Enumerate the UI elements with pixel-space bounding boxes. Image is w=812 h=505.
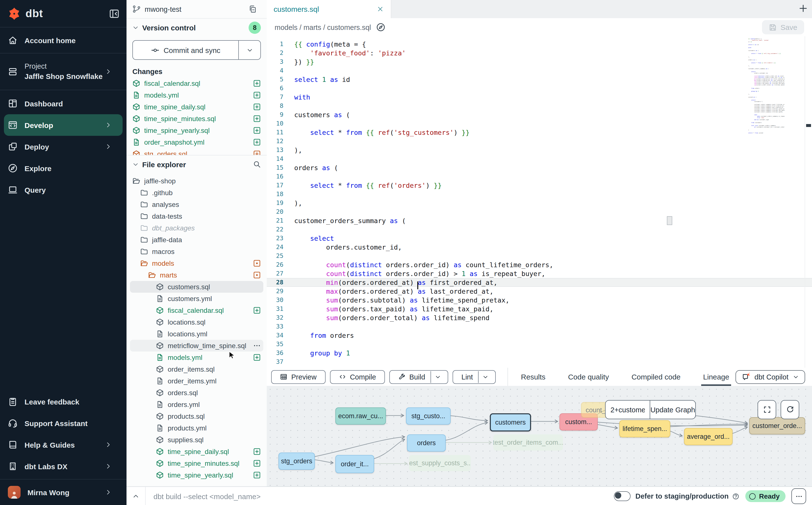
code-line-33[interactable]: 33: [267, 322, 812, 331]
stage-file-plus-icon[interactable]: [253, 127, 261, 134]
tab-code-quality[interactable]: Code quality: [568, 368, 609, 386]
code-line-5[interactable]: 5select 1 as id: [267, 75, 812, 84]
code-line-15[interactable]: 15orders as (: [267, 163, 812, 172]
stage-file-plus-icon[interactable]: [253, 138, 261, 146]
minimap[interactable]: {{ config(meta = { 'favorite_food': 'piz…: [748, 38, 785, 134]
file-item-customers-yml[interactable]: customers.yml: [130, 293, 263, 305]
code-line-17[interactable]: 17 select * from {{ ref('orders') }}: [267, 181, 812, 190]
code-line-31[interactable]: 31 sum(orders.tax_paid) as lifetime_tax_…: [267, 305, 812, 313]
tab-results[interactable]: Results: [521, 368, 545, 386]
code-line-7[interactable]: 7with: [267, 93, 812, 102]
code-line-21[interactable]: 21customer_orders_summary as (: [267, 216, 812, 225]
code-line-23[interactable]: 23 select: [267, 234, 812, 243]
code-line-25[interactable]: 25: [267, 251, 812, 260]
file-item-time-spine-daily-sql[interactable]: time_spine_daily.sql: [130, 101, 263, 113]
file-item-order-items-yml[interactable]: order_items.yml: [130, 375, 263, 387]
code-line-26[interactable]: 26 count(distinct orders.order_id) as co…: [267, 260, 812, 269]
code-line-37[interactable]: 37: [267, 357, 812, 366]
file-item-products-yml[interactable]: products.yml: [130, 422, 263, 434]
dbt-copilot-button[interactable]: dbt Copilot: [735, 370, 805, 384]
tab-compiled-code[interactable]: Compiled code: [632, 368, 681, 386]
code-line-30[interactable]: 30 sum(orders.subtotal) as lifetime_spen…: [267, 296, 812, 305]
code-line-12[interactable]: 12: [267, 137, 812, 146]
sidebar-item-support-assistant[interactable]: Support Assistant: [4, 412, 123, 434]
file-item-models-yml[interactable]: models.yml: [130, 89, 263, 101]
tree-folder-dbt-packages[interactable]: dbt_packages: [130, 222, 263, 234]
defer-toggle[interactable]: [614, 491, 631, 501]
file-item-metricflow-time-spine-sql[interactable]: metricflow_time_spine.sql: [130, 340, 263, 352]
row-menu-icon[interactable]: [253, 342, 261, 350]
code-line-35[interactable]: 35: [267, 340, 812, 349]
sidebar-item-help-guides[interactable]: Help & Guides: [4, 434, 123, 456]
compile-button[interactable]: Compile: [330, 370, 385, 384]
code-line-36[interactable]: 36 group by 1: [267, 349, 812, 357]
lineage-node-orders[interactable]: orders: [407, 435, 446, 452]
file-item-customers-sql[interactable]: customers.sql: [130, 281, 263, 293]
stage-file-plus-icon[interactable]: [253, 459, 261, 467]
tree-folder-models[interactable]: models: [130, 258, 263, 269]
sidebar-item-account-home[interactable]: Account home: [0, 27, 127, 53]
stage-file-plus-icon[interactable]: [253, 79, 261, 87]
tree-folder--github[interactable]: .github: [130, 187, 263, 199]
code-line-24[interactable]: 24 orders.customer_id,: [267, 243, 812, 251]
code-line-11[interactable]: 11 select * from {{ ref('stg_customers')…: [267, 128, 812, 137]
new-tab-icon[interactable]: [798, 3, 808, 13]
code-line-28[interactable]: 28 min(orders.ordered_at) as first_order…: [267, 278, 812, 287]
scrollbar-thumb[interactable]: [806, 124, 811, 127]
file-item-locations-yml[interactable]: locations.yml: [130, 328, 263, 340]
explore-lineage-icon[interactable]: [376, 23, 385, 32]
save-button[interactable]: Save: [762, 20, 804, 34]
file-item-time-spine-yearly-sql[interactable]: time_spine_yearly.sql: [130, 469, 263, 479]
close-icon[interactable]: [376, 5, 384, 13]
sidebar-item-query[interactable]: Query: [4, 179, 123, 200]
tree-folder-data-tests[interactable]: data-tests: [130, 210, 263, 222]
code-line-10[interactable]: 10: [267, 119, 812, 128]
file-item-stg-orders-sql[interactable]: stg_orders.sql: [130, 148, 263, 155]
preview-button[interactable]: Preview: [271, 370, 325, 384]
file-item-fiscal-calendar-sql[interactable]: fiscal_calendar.sql: [130, 305, 263, 316]
stage-file-plus-icon[interactable]: [253, 353, 261, 361]
stage-file-plus-icon[interactable]: [253, 471, 261, 479]
file-item-locations-sql[interactable]: locations.sql: [130, 316, 263, 328]
lineage-node-stg-orders[interactable]: stg_orders: [279, 453, 315, 470]
tree-folder-jaffle-shop[interactable]: jaffle-shop: [130, 175, 263, 187]
copy-icon[interactable]: [249, 5, 257, 13]
lineage-node-ecom-raw-cu-[interactable]: ecom.raw_cu...: [335, 407, 386, 425]
build-button[interactable]: Build: [389, 370, 448, 384]
fullscreen-button[interactable]: [758, 400, 776, 419]
code-line-2[interactable]: 2 'favorite_food': 'pizza': [267, 48, 812, 57]
lineage-node-stg-custo-[interactable]: stg_custo...: [406, 407, 451, 425]
commit-and-sync-button[interactable]: Commit and sync: [132, 40, 261, 60]
sidebar-item-develop[interactable]: Develop: [4, 114, 123, 136]
stage-file-plus-icon[interactable]: [253, 115, 261, 123]
help-icon[interactable]: [732, 493, 740, 500]
file-item-time-spine-minutes-sql[interactable]: time_spine_minutes.sql: [130, 458, 263, 469]
code-line-29[interactable]: 29 max(orders.ordered_at) as last_ordere…: [267, 287, 812, 296]
code-line-20[interactable]: 20: [267, 207, 812, 216]
lineage-node-customers[interactable]: customers: [490, 413, 531, 432]
file-item-order-snapshot-yml[interactable]: order_snapshot.yml: [130, 136, 263, 148]
collapse-sidebar-icon[interactable]: [109, 8, 120, 19]
lineage-node-lifetime-spen-[interactable]: lifetime_spen...: [619, 420, 670, 437]
expand-command-bar-button[interactable]: [127, 487, 146, 505]
refresh-button[interactable]: [781, 400, 799, 419]
lineage-node-order-it-[interactable]: order_it...: [335, 455, 374, 473]
sidebar-item-dbt-labs-dx[interactable]: dbt Labs DX: [4, 456, 123, 477]
file-item-order-items-sql[interactable]: order_items.sql: [130, 363, 263, 375]
code-line-32[interactable]: 32 sum(orders.order_total) as lifetime_s…: [267, 313, 812, 322]
file-item-time-spine-daily-sql[interactable]: time_spine_daily.sql: [130, 446, 263, 458]
lineage-node-test-order-items-com-[interactable]: test_order_items_com...: [493, 435, 563, 451]
tab-customers-sql[interactable]: customers.sql: [267, 0, 391, 18]
stage-file-plus-icon[interactable]: [253, 150, 261, 155]
code-line-27[interactable]: 27 count(distinct orders.order_id) > 1 a…: [267, 269, 812, 278]
sidebar-item-explore[interactable]: Explore: [4, 157, 123, 179]
stage-file-plus-icon[interactable]: [253, 448, 261, 456]
file-item-orders-yml[interactable]: orders.yml: [130, 398, 263, 410]
tree-folder-macros[interactable]: macros: [130, 245, 263, 258]
file-item-products-sql[interactable]: products.sql: [130, 410, 263, 422]
code-line-14[interactable]: 14: [267, 154, 812, 163]
stage-file-plus-icon[interactable]: [253, 91, 261, 99]
code-line-34[interactable]: 34 from orders: [267, 331, 812, 340]
lineage-selector-input[interactable]: [606, 400, 650, 419]
code-line-8[interactable]: 8: [267, 102, 812, 110]
